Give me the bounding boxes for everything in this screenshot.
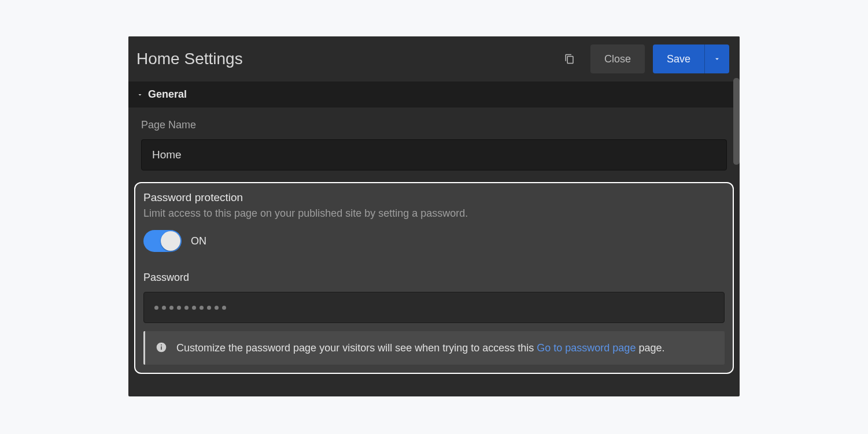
- svg-rect-2: [161, 344, 162, 346]
- page-name-input[interactable]: [141, 139, 727, 170]
- section-header-general[interactable]: General: [128, 81, 740, 107]
- info-box: Customize the password page your visitor…: [143, 331, 725, 365]
- password-dot: [177, 306, 181, 310]
- copy-icon[interactable]: [564, 53, 575, 65]
- toggle-knob: [161, 231, 180, 251]
- scrollbar-thumb[interactable]: [733, 78, 740, 165]
- password-mask-dots: [154, 306, 226, 310]
- info-icon: [156, 342, 167, 353]
- close-button[interactable]: Close: [590, 44, 645, 73]
- chevron-down-icon: [713, 55, 721, 63]
- info-text: Customize the password page your visitor…: [176, 340, 714, 355]
- password-dot: [184, 306, 189, 310]
- save-button[interactable]: Save: [653, 44, 705, 73]
- password-dot: [207, 306, 211, 310]
- panel-title: Home Settings: [136, 50, 564, 68]
- password-protection-description: Limit access to this page on your publis…: [143, 207, 725, 220]
- info-text-tail: page.: [636, 342, 664, 354]
- page-name-label: Page Name: [141, 119, 727, 131]
- password-protection-section: Password protection Limit access to this…: [134, 182, 734, 374]
- section-body-general: Page Name: [128, 107, 740, 176]
- password-dot: [192, 306, 196, 310]
- password-protection-toggle[interactable]: [143, 230, 182, 252]
- password-dot: [162, 306, 166, 310]
- settings-panel: Home Settings Close Save General Page Na…: [128, 36, 740, 396]
- section-header-label: General: [148, 88, 187, 101]
- password-dot: [215, 306, 219, 310]
- go-to-password-page-link[interactable]: Go to password page: [537, 342, 636, 354]
- save-dropdown-button[interactable]: [705, 44, 729, 73]
- collapse-triangle-icon: [136, 91, 143, 98]
- password-dot: [169, 306, 173, 310]
- password-field-label: Password: [143, 272, 725, 284]
- panel-header: Home Settings Close Save: [128, 36, 740, 81]
- password-dot: [200, 306, 204, 310]
- save-button-group: Save: [653, 44, 729, 73]
- toggle-state-label: ON: [191, 235, 206, 247]
- password-input[interactable]: [143, 292, 725, 323]
- password-protection-title: Password protection: [143, 191, 725, 204]
- password-dot: [222, 306, 226, 310]
- password-protection-toggle-row: ON: [143, 230, 725, 252]
- svg-rect-1: [161, 346, 162, 350]
- password-dot: [154, 306, 158, 310]
- info-text-content: Customize the password page your visitor…: [176, 342, 537, 354]
